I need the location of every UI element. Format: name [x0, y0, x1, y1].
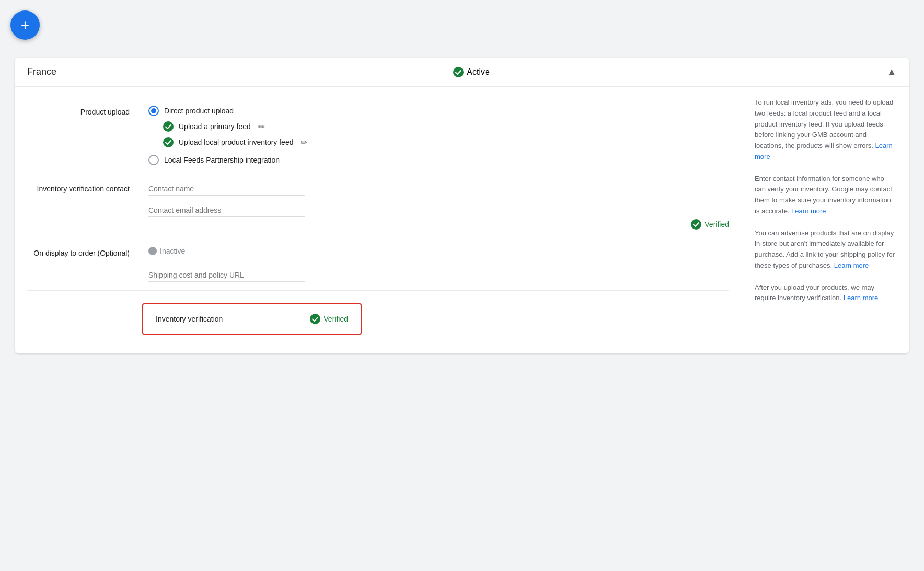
on-display-info-text: You can advertise products that are on d…	[755, 229, 895, 269]
contact-fields: Verified	[148, 182, 729, 230]
inactive-badge: Inactive	[148, 247, 729, 255]
primary-feed-item: Upload a primary feed ✏	[163, 121, 729, 132]
on-display-info: You can advertise products that are on d…	[755, 228, 897, 271]
on-display-label: On display to order (Optional)	[27, 247, 142, 257]
main-card: France Active ▲ Product upload Direct pr…	[15, 58, 909, 353]
product-upload-section: Product upload Direct product upload Upl…	[27, 97, 729, 174]
inventory-feed-check-icon	[163, 137, 174, 147]
primary-feed-edit-icon[interactable]: ✏	[258, 122, 265, 132]
svg-point-1	[163, 121, 174, 132]
contact-email-input[interactable]	[148, 204, 305, 217]
left-content: Product upload Direct product upload Upl…	[15, 87, 742, 353]
status-label: Active	[467, 67, 490, 77]
product-upload-label: Product upload	[27, 106, 142, 116]
inventory-verified-label: Verified	[324, 315, 348, 323]
svg-point-2	[163, 137, 174, 147]
product-upload-info-text: To run local inventory ads, you need to …	[755, 98, 893, 150]
plus-icon: +	[21, 18, 29, 32]
direct-upload-label: Direct product upload	[164, 107, 234, 115]
active-check-icon	[453, 67, 464, 77]
contact-name-input[interactable]	[148, 182, 305, 196]
local-feeds-label: Local Feeds Partnership integration	[164, 156, 280, 164]
inventory-contact-section: Inventory verification contact	[27, 174, 729, 238]
status-badge: Active	[453, 67, 490, 77]
contact-email-wrapper: Verified	[148, 204, 729, 230]
inventory-feed-item: Upload local product inventory feed ✏	[163, 137, 729, 147]
inventory-learn-more[interactable]: Learn more	[844, 294, 878, 302]
product-upload-info: To run local inventory ads, you need to …	[755, 97, 897, 163]
contact-verified-label: Verified	[704, 220, 729, 229]
inventory-info: After you upload your products, we may r…	[755, 282, 897, 304]
direct-upload-radio[interactable]	[148, 106, 159, 116]
contact-verified-badge: Verified	[691, 219, 729, 230]
svg-point-0	[453, 67, 464, 77]
on-display-section: On display to order (Optional) Inactive	[27, 238, 729, 291]
primary-feed-label: Upload a primary feed	[179, 122, 251, 131]
inventory-contact-label: Inventory verification contact	[27, 182, 142, 193]
svg-point-3	[691, 219, 701, 230]
local-feeds-radio[interactable]	[148, 155, 159, 165]
product-upload-content: Direct product upload Upload a primary f…	[148, 106, 729, 165]
inactive-dot-icon	[148, 247, 157, 255]
on-display-content: Inactive	[148, 247, 729, 282]
contact-verified-icon	[691, 219, 701, 230]
add-fab-button[interactable]: +	[10, 10, 40, 40]
collapse-icon[interactable]: ▲	[886, 66, 897, 78]
country-title: France	[27, 66, 56, 77]
inventory-feed-label: Upload local product inventory feed	[179, 138, 293, 146]
right-panel: To run local inventory ads, you need to …	[742, 87, 909, 353]
svg-point-4	[310, 314, 320, 324]
contact-name-wrapper	[148, 182, 729, 196]
contact-info: Enter contact information for someone wh…	[755, 174, 897, 217]
direct-upload-option[interactable]: Direct product upload	[148, 106, 729, 116]
inventory-verified-icon	[310, 314, 320, 324]
card-body: Product upload Direct product upload Upl…	[15, 87, 909, 353]
contact-learn-more[interactable]: Learn more	[791, 207, 826, 215]
inactive-label: Inactive	[160, 247, 185, 255]
contact-verified-row: Verified	[148, 219, 729, 230]
local-feeds-option[interactable]: Local Feeds Partnership integration	[148, 155, 729, 165]
primary-feed-check-icon	[163, 121, 174, 132]
card-header: France Active ▲	[15, 58, 909, 87]
shipping-wrapper	[148, 269, 729, 282]
inventory-verified-badge: Verified	[310, 314, 348, 324]
on-display-learn-more[interactable]: Learn more	[834, 261, 869, 269]
inventory-verification-wrapper: Inventory verification Verified	[27, 291, 729, 343]
inventory-feed-edit-icon[interactable]: ✏	[301, 138, 307, 147]
inventory-verification-label: Inventory verification	[156, 315, 223, 323]
inventory-verification-box: Inventory verification Verified	[142, 303, 362, 335]
shipping-url-input[interactable]	[148, 269, 305, 282]
